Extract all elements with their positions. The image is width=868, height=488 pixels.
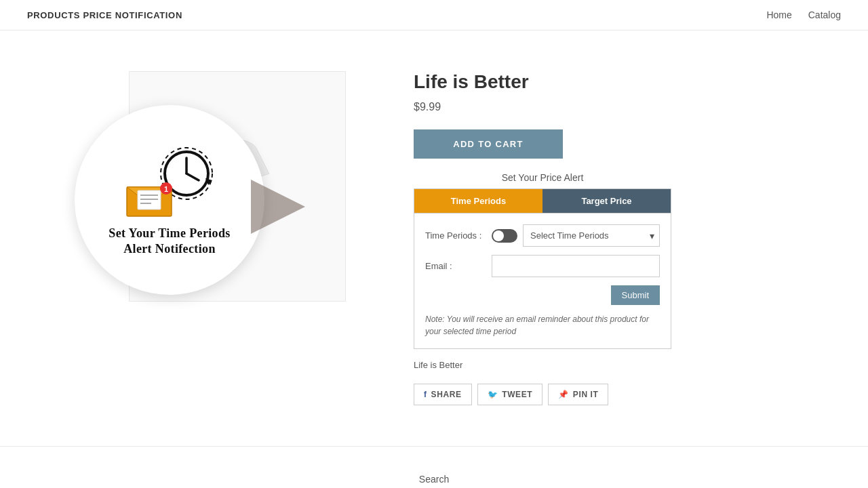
pin-label: PIN IT bbox=[573, 390, 599, 399]
time-periods-row: Time Periods : Select Time Periods 1 Day… bbox=[425, 224, 660, 247]
tweet-label: TWEET bbox=[502, 390, 532, 399]
alert-tabs: Time Periods Target Price bbox=[414, 188, 671, 214]
product-image-area: 1 Set Your Time Periods Alert Notifectio… bbox=[88, 71, 373, 405]
email-input[interactable] bbox=[492, 255, 660, 277]
tab-time-periods[interactable]: Time Periods bbox=[414, 189, 542, 213]
nav-catalog[interactable]: Catalog bbox=[808, 9, 841, 20]
product-price: $9.99 bbox=[414, 101, 780, 113]
alert-form: Time Periods : Select Time Periods 1 Day… bbox=[414, 214, 671, 349]
arrow-graphic bbox=[251, 180, 305, 234]
add-to-cart-button[interactable]: ADD TO CART bbox=[414, 129, 563, 159]
form-actions: Submit bbox=[425, 285, 660, 305]
pinterest-icon: 📌 bbox=[558, 390, 569, 399]
pinterest-share-button[interactable]: 📌 PIN IT bbox=[548, 384, 608, 405]
twitter-share-button[interactable]: 🐦 TWEET bbox=[477, 384, 543, 405]
nav-home[interactable]: Home bbox=[766, 9, 791, 20]
svg-line-2 bbox=[186, 174, 199, 180]
email-label: Email : bbox=[425, 261, 486, 271]
footer: Search bbox=[0, 446, 868, 488]
header: PRODUCTS PRICE NOTIFICATION Home Catalog bbox=[0, 0, 868, 30]
alert-note: Note: You will receive an email reminder… bbox=[425, 313, 660, 338]
product-info: Life is Better $9.99 ADD TO CART Set You… bbox=[414, 71, 780, 405]
time-periods-select[interactable]: Select Time Periods 1 Day 3 Days 1 Week … bbox=[523, 224, 660, 247]
price-alert-title: Set Your Price Alert bbox=[414, 172, 671, 183]
main-content: 1 Set Your Time Periods Alert Notifectio… bbox=[61, 71, 807, 405]
tab-target-price[interactable]: Target Price bbox=[542, 189, 671, 213]
circle-text-line1: Set Your Time Periods Alert Notifection bbox=[108, 226, 230, 258]
time-periods-label: Time Periods : bbox=[425, 230, 486, 241]
facebook-share-button[interactable]: f SHARE bbox=[414, 384, 472, 405]
submit-button[interactable]: Submit bbox=[611, 285, 660, 305]
envelope-icon: 1 bbox=[125, 180, 173, 218]
product-title: Life is Better bbox=[414, 71, 780, 93]
svg-text:1: 1 bbox=[164, 185, 168, 193]
clock-envelope-graphic: 1 bbox=[125, 143, 214, 218]
time-periods-select-wrapper: Select Time Periods 1 Day 3 Days 1 Week … bbox=[523, 224, 660, 247]
twitter-icon: 🐦 bbox=[488, 390, 498, 399]
time-periods-toggle[interactable] bbox=[492, 229, 517, 243]
share-label: SHARE bbox=[431, 390, 462, 399]
social-share-bar: f SHARE 🐦 TWEET 📌 PIN IT bbox=[414, 384, 780, 405]
circle-illustration: 1 Set Your Time Periods Alert Notifectio… bbox=[75, 105, 264, 295]
header-nav: Home Catalog bbox=[766, 9, 841, 20]
email-row: Email : bbox=[425, 255, 660, 277]
toggle-slider bbox=[492, 229, 517, 243]
facebook-icon: f bbox=[424, 390, 427, 399]
site-logo: PRODUCTS PRICE NOTIFICATION bbox=[27, 10, 182, 20]
product-tag: Life is Better bbox=[414, 360, 780, 370]
price-alert-section: Set Your Price Alert Time Periods Target… bbox=[414, 172, 671, 349]
footer-search-link[interactable]: Search bbox=[419, 474, 449, 485]
